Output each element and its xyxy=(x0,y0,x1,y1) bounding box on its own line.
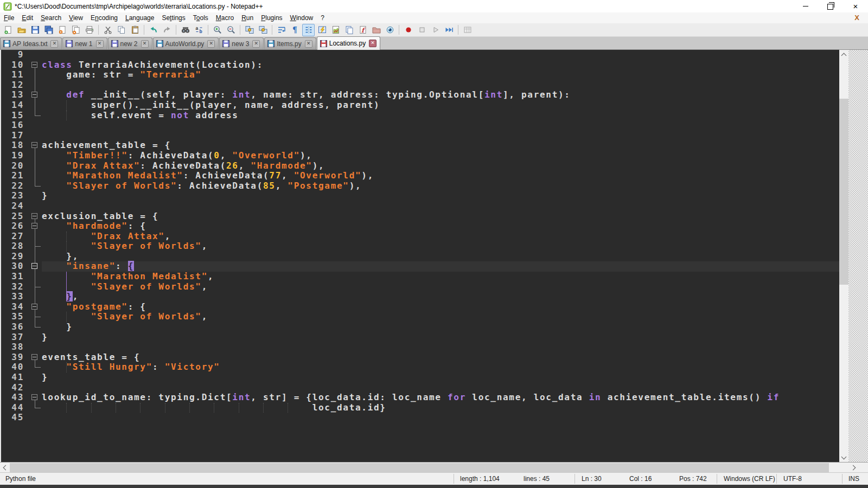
fold-collapse-box[interactable] xyxy=(31,354,37,360)
replace-button[interactable]: ab xyxy=(193,24,205,36)
fold-collapse-box[interactable] xyxy=(31,263,37,269)
fold-margin[interactable] xyxy=(28,80,42,91)
fold-collapse-box[interactable] xyxy=(31,92,37,98)
undo-button[interactable] xyxy=(147,24,159,36)
fold-margin[interactable] xyxy=(28,261,42,272)
fold-margin[interactable] xyxy=(28,111,42,121)
tab-locations-py[interactable]: Locations.py✕ xyxy=(317,36,380,50)
tab-close-icon[interactable]: ✕ xyxy=(252,40,260,48)
playback-macro-button[interactable] xyxy=(429,24,442,36)
menu-tools[interactable]: Tools xyxy=(189,12,212,23)
fold-margin[interactable] xyxy=(28,252,42,262)
menu-view[interactable]: View xyxy=(65,12,87,23)
fold-collapse-box[interactable] xyxy=(31,213,37,219)
fold-margin[interactable] xyxy=(28,272,42,282)
code-line-text[interactable]: "Slayer of Worlds", xyxy=(42,312,839,322)
close-button[interactable]: × xyxy=(843,0,868,12)
minimize-button[interactable] xyxy=(793,0,818,12)
code-line-text[interactable]: "Marathon Medalist", xyxy=(42,272,839,282)
fold-margin[interactable] xyxy=(28,292,42,302)
fold-margin[interactable] xyxy=(28,362,42,373)
fold-margin[interactable] xyxy=(28,393,42,403)
code-line-text[interactable]: } xyxy=(42,332,839,343)
menu-macro[interactable]: Macro xyxy=(212,12,238,23)
monitoring-button[interactable] xyxy=(384,24,396,36)
code-line-text[interactable]: }, xyxy=(42,292,839,302)
code-line-text[interactable]: def __init__(self, player: int, name: st… xyxy=(42,90,839,100)
fold-margin[interactable] xyxy=(28,221,42,232)
vertical-scrollbar[interactable] xyxy=(839,50,848,462)
menu-window[interactable]: Window xyxy=(286,12,317,23)
open-file-button[interactable] xyxy=(15,24,28,36)
code-line-text[interactable]: } xyxy=(42,373,839,383)
sync-horizontal-scroll-button[interactable] xyxy=(257,24,269,36)
menu-[interactable]: ? xyxy=(317,12,328,23)
fold-margin[interactable] xyxy=(28,241,42,252)
fold-margin[interactable] xyxy=(28,131,42,141)
fold-collapse-box[interactable] xyxy=(31,304,37,310)
show-all-characters-button[interactable]: ¶ xyxy=(289,24,301,36)
show-indent-guide-button[interactable] xyxy=(302,24,315,36)
menu-search[interactable]: Search xyxy=(37,12,65,23)
fold-margin[interactable] xyxy=(28,373,42,383)
fold-margin[interactable] xyxy=(28,201,42,211)
fold-margin[interactable] xyxy=(28,322,42,332)
fold-margin[interactable] xyxy=(28,232,42,242)
fold-margin[interactable] xyxy=(28,60,42,70)
close-all-button[interactable] xyxy=(69,24,82,36)
code-line-text[interactable] xyxy=(42,413,839,423)
print-button[interactable] xyxy=(83,24,95,36)
menu-encoding[interactable]: Encoding xyxy=(87,12,122,23)
fold-margin[interactable] xyxy=(28,413,42,423)
code-line-text[interactable]: }, xyxy=(42,252,839,262)
tab-autoworld-py[interactable]: AutoWorld.py✕ xyxy=(153,37,219,49)
fold-collapse-box[interactable] xyxy=(31,394,37,400)
code-line-text[interactable]: "Still Hungry": "Victory" xyxy=(42,362,839,373)
save-file-button[interactable] xyxy=(29,24,41,36)
fold-collapse-box[interactable] xyxy=(31,142,37,148)
new-file-button[interactable] xyxy=(2,24,14,36)
start-recording-button[interactable] xyxy=(402,24,414,36)
code-line-text[interactable] xyxy=(42,80,839,91)
code-line-text[interactable]: "Marathon Medalist": AchieveData(77, "Ov… xyxy=(42,171,839,181)
vertical-scroll-thumb[interactable] xyxy=(839,99,848,285)
menu-edit[interactable]: Edit xyxy=(18,12,37,23)
horizontal-scroll-thumb[interactable] xyxy=(10,463,829,472)
code-line-text[interactable] xyxy=(42,120,839,131)
menu-file[interactable]: File xyxy=(0,12,18,23)
code-line-text[interactable]: class TerrariaAchievement(Location): xyxy=(42,60,839,70)
document-map-button[interactable] xyxy=(329,24,342,36)
fold-margin[interactable] xyxy=(28,120,42,131)
scroll-right-button[interactable] xyxy=(849,463,858,472)
menu-run[interactable]: Run xyxy=(238,12,257,23)
tab-close-icon[interactable]: ✕ xyxy=(50,40,58,48)
code-line-text[interactable]: self.event = not address xyxy=(42,111,839,121)
code-line-text[interactable]: } xyxy=(42,191,839,201)
user-defined-dialog-button[interactable] xyxy=(316,24,328,36)
tab-items-py[interactable]: Items.py✕ xyxy=(264,37,316,49)
run-macro-multiple-times-button[interactable] xyxy=(443,24,455,36)
fold-margin[interactable] xyxy=(28,70,42,80)
fold-margin[interactable] xyxy=(28,161,42,171)
tab-close-icon[interactable]: ✕ xyxy=(96,40,104,48)
fold-margin[interactable] xyxy=(28,181,42,191)
fold-margin[interactable] xyxy=(28,403,42,413)
tab-close-icon[interactable]: ✕ xyxy=(369,40,376,47)
fold-margin[interactable] xyxy=(28,171,42,181)
code-line-text[interactable]: "insane": { xyxy=(42,261,839,272)
fold-collapse-box[interactable] xyxy=(31,62,37,68)
code-line-text[interactable]: "Drax Attax", xyxy=(42,232,839,242)
redo-button[interactable] xyxy=(161,24,173,36)
folder-as-workspace-button[interactable] xyxy=(370,24,382,36)
menu-settings[interactable]: Settings xyxy=(158,12,189,23)
code-line-text[interactable] xyxy=(42,50,839,60)
code-line-text[interactable]: lookup_id_to_name: typing.Dict[int, str]… xyxy=(42,393,839,403)
fold-margin[interactable] xyxy=(28,211,42,222)
tab-close-icon[interactable]: ✕ xyxy=(141,40,149,48)
document-close-x[interactable]: X xyxy=(854,12,859,23)
fold-margin[interactable] xyxy=(28,312,42,322)
scroll-left-button[interactable] xyxy=(0,463,9,472)
fold-margin[interactable] xyxy=(28,90,42,100)
fold-margin[interactable] xyxy=(28,282,42,292)
copy-button[interactable] xyxy=(115,24,127,36)
